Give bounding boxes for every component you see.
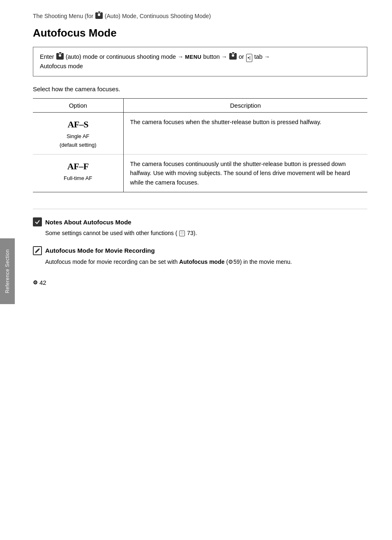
note-block-2: Autofocus Mode for Movie Recording Autof… [33,246,367,267]
table-cell-option-2: AF–F Full-time AF [33,154,123,192]
note-body-2: Autofocus mode for movie recording can b… [45,258,367,267]
table-cell-desc-1: The camera focuses when the shutter-rele… [123,113,367,154]
camera-icon-enter [56,53,64,60]
note-block-1: Notes About Autofocus Mode Some settings… [33,217,367,238]
footer-ref-icon: ⚙ [33,279,38,286]
table-row: AF–S Single AF (default setting) The cam… [33,113,367,154]
table-cell-option-1: AF–S Single AF (default setting) [33,113,123,154]
option-label-1: Single AF [67,133,90,139]
page-title: Autofocus Mode [33,27,367,39]
top-label: The Shooting Menu (for (Auto) Mode, Cont… [33,12,367,19]
camera-icon-auto [95,12,103,19]
select-label: Select how the camera focuses. [33,85,367,92]
page-footer: ⚙ 42 [33,279,367,286]
bottom-section: Notes About Autofocus Mode Some settings… [33,209,367,266]
option-label-2: Full-time AF [64,175,92,181]
option-symbol-1: AF–S [39,118,117,132]
tab-icon: ▪| [246,54,252,62]
instruction-box: Enter (auto) mode or continuous shooting… [33,47,367,76]
table-header-option: Option [33,99,123,113]
option-sub-1: (default setting) [39,141,117,149]
table-cell-desc-2: The camera focuses continuously until th… [123,154,367,192]
note-title-2: Autofocus Mode for Movie Recording [33,246,367,255]
option-symbol-2: AF–F [39,159,117,173]
pencil-icon [33,246,42,255]
options-table: Option Description AF–S Single AF (defau… [33,98,367,192]
side-tab: Reference Section [0,238,15,304]
footer-page: 42 [39,279,46,286]
check-icon [33,217,42,226]
table-row: AF–F Full-time AF The camera focuses con… [33,154,367,192]
note-title-1: Notes About Autofocus Mode [33,217,367,226]
ref-icon-1: □ [179,231,185,236]
table-header-description: Description [123,99,367,113]
note-body-1: Some settings cannot be used with other … [45,229,367,238]
camera-icon-tab [229,53,237,60]
